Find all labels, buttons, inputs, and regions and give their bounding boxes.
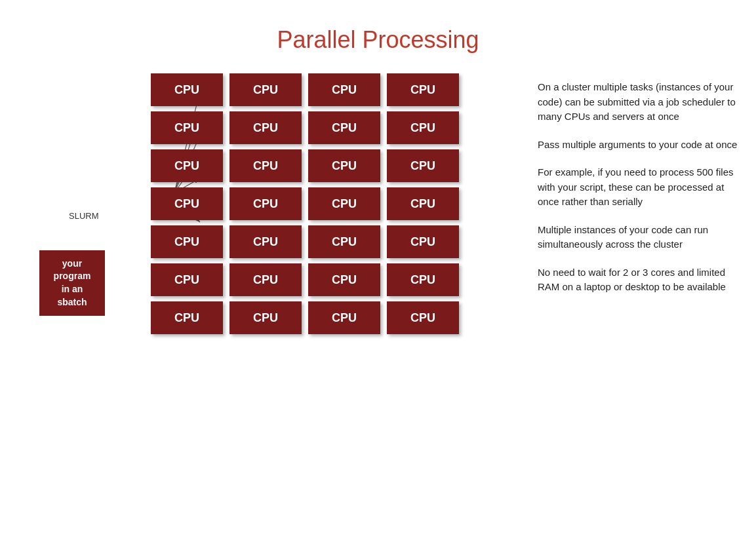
cpu-box: CPU	[151, 187, 223, 220]
cpu-box: CPU	[229, 301, 302, 334]
cpu-box: CPU	[308, 301, 380, 334]
cpu-box: CPU	[308, 263, 380, 296]
program-box: yourprogramin ansbatch	[39, 250, 105, 316]
cpu-box: CPU	[387, 225, 459, 258]
program-box-text: yourprogramin ansbatch	[54, 257, 91, 309]
cpu-box: CPU	[308, 225, 380, 258]
cpu-box: CPU	[229, 149, 302, 182]
text-panel: On a cluster multiple tasks (instances o…	[518, 73, 743, 308]
cpu-column-1: CPU CPU CPU CPU CPU CPU CPU	[151, 73, 223, 334]
cpu-box: CPU	[308, 73, 380, 106]
page-title: Parallel Processing	[0, 0, 756, 67]
cpu-box: CPU	[151, 301, 223, 334]
text-paragraph-5: No need to wait for 2 or 3 cores and lim…	[538, 265, 743, 295]
cpu-box: CPU	[229, 187, 302, 220]
cpu-box: CPU	[387, 73, 459, 106]
cpu-column-4: CPU CPU CPU CPU CPU CPU CPU	[387, 73, 459, 334]
cpu-column-3: CPU CPU CPU CPU CPU CPU CPU	[308, 73, 380, 334]
cpu-box: CPU	[387, 187, 459, 220]
slurm-label: SLURM	[69, 211, 99, 221]
cpu-box: CPU	[229, 225, 302, 258]
cpu-box: CPU	[229, 111, 302, 144]
cpu-box: CPU	[151, 73, 223, 106]
cpu-box: CPU	[387, 111, 459, 144]
cpu-grid: CPU CPU CPU CPU CPU CPU CPU CPU CPU CPU …	[151, 73, 459, 334]
cpu-box: CPU	[151, 225, 223, 258]
text-paragraph-4: Multiple instances of your code can run …	[538, 223, 743, 252]
cpu-box: CPU	[387, 301, 459, 334]
cpu-box: CPU	[151, 111, 223, 144]
main-content: SLURM yourprogramin ansbatch CPU CPU CPU…	[0, 73, 756, 308]
text-paragraph-3: For example, if you need to process 500 …	[538, 165, 743, 210]
text-paragraph-1: On a cluster multiple tasks (instances o…	[538, 80, 743, 124]
cpu-box: CPU	[308, 111, 380, 144]
cpu-box: CPU	[308, 149, 380, 182]
cpu-box: CPU	[151, 149, 223, 182]
text-paragraph-2: Pass multiple arguments to your code at …	[538, 138, 743, 153]
cpu-column-2: CPU CPU CPU CPU CPU CPU CPU	[229, 73, 302, 334]
cpu-box: CPU	[387, 149, 459, 182]
cpu-box: CPU	[387, 263, 459, 296]
cpu-box: CPU	[229, 263, 302, 296]
cpu-box: CPU	[151, 263, 223, 296]
cpu-box: CPU	[229, 73, 302, 106]
diagram-area: SLURM yourprogramin ansbatch CPU CPU CPU…	[20, 73, 518, 308]
cpu-box: CPU	[308, 187, 380, 220]
